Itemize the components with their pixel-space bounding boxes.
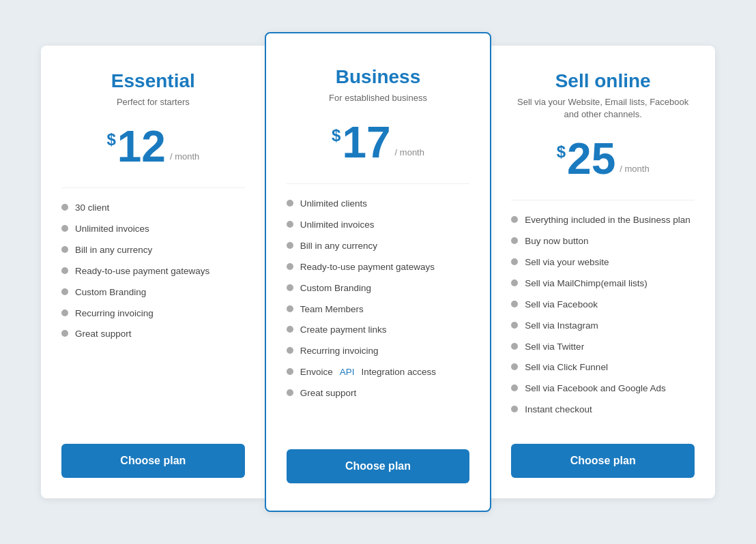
bullet-icon xyxy=(511,406,518,412)
plan-card-essential: EssentialPerfect for starters$12/ month3… xyxy=(41,46,265,498)
plan-title-business: Business xyxy=(287,66,470,88)
bullet-icon xyxy=(287,284,293,291)
plan-subtitle-essential: Perfect for starters xyxy=(61,96,245,108)
bullet-icon xyxy=(61,288,68,295)
bullet-icon xyxy=(511,322,518,329)
list-item: Envoice API Integration access xyxy=(287,366,470,379)
price-amount-essential: 12 xyxy=(117,125,166,168)
list-item: Sell via MailChimp(email lists) xyxy=(511,277,695,290)
list-item: Bill in any currency xyxy=(287,240,470,253)
bullet-icon xyxy=(287,263,293,270)
list-item: Custom Branding xyxy=(61,286,245,299)
choose-plan-button-essential[interactable]: Choose plan xyxy=(61,444,245,478)
list-item: Buy now button xyxy=(511,235,695,248)
bullet-icon xyxy=(61,204,68,211)
bullet-icon xyxy=(511,384,518,391)
bullet-icon xyxy=(287,221,293,228)
list-item: Everything included in the Business plan xyxy=(511,214,695,227)
list-item: Sell via Twitter xyxy=(511,341,695,354)
price-block-business: $17/ month xyxy=(287,121,470,164)
list-item: Create payment links xyxy=(287,324,470,337)
features-list-essential: 30 clientUnlimited invoicesBill in any c… xyxy=(61,202,245,425)
features-list-business: Unlimited clientsUnlimited invoicesBill … xyxy=(287,198,470,430)
price-block-essential: $12/ month xyxy=(61,125,245,168)
list-item: Recurring invoicing xyxy=(287,345,470,358)
bullet-icon xyxy=(511,343,518,350)
plan-subtitle-business: For established business xyxy=(287,92,470,104)
list-item: Custom Branding xyxy=(287,282,470,295)
bullet-icon xyxy=(511,363,518,370)
bullet-icon xyxy=(511,258,518,265)
list-item: Unlimited invoices xyxy=(287,219,470,232)
bullet-icon xyxy=(61,225,68,232)
list-item: Unlimited invoices xyxy=(61,223,245,236)
list-item: Great support xyxy=(61,328,245,341)
price-dollar-sell-online: $ xyxy=(557,142,566,162)
bullet-icon xyxy=(511,301,518,307)
bullet-icon xyxy=(61,267,68,274)
bullet-icon xyxy=(287,242,293,249)
plan-card-business: BusinessFor established business$17/ mon… xyxy=(265,32,492,512)
list-item: Ready-to-use payment gateways xyxy=(287,261,470,274)
plan-title-sell-online: Sell online xyxy=(511,70,695,92)
bullet-icon xyxy=(287,200,293,207)
api-link: API xyxy=(340,366,355,379)
list-item: Team Members xyxy=(287,303,470,316)
bullet-icon xyxy=(287,326,293,333)
list-item: Sell via Instagram xyxy=(511,320,695,333)
features-list-sell-online: Everything included in the Business plan… xyxy=(511,214,695,425)
bullet-icon xyxy=(287,389,293,396)
list-item: Great support xyxy=(287,387,470,400)
price-period-business: / month xyxy=(395,147,424,157)
choose-plan-button-sell-online[interactable]: Choose plan xyxy=(511,444,695,478)
bullet-icon xyxy=(287,347,293,354)
price-period-essential: / month xyxy=(170,151,199,162)
list-item: Instant checkout xyxy=(511,404,695,417)
bullet-icon xyxy=(61,309,68,316)
list-item: Sell via Facebook and Google Ads xyxy=(511,382,695,395)
bullet-icon xyxy=(287,368,293,375)
bullet-icon xyxy=(511,237,518,244)
bullet-icon xyxy=(511,279,518,286)
plan-card-sell-online: Sell onlineSell via your Website, Email … xyxy=(491,46,715,498)
list-item: Bill in any currency xyxy=(61,244,245,257)
list-item: Ready-to-use payment gateways xyxy=(61,265,245,278)
price-period-sell-online: / month xyxy=(620,164,649,174)
pricing-container: EssentialPerfect for starters$12/ month3… xyxy=(0,18,756,526)
plan-subtitle-sell-online: Sell via your Website, Email lists, Face… xyxy=(511,96,695,121)
price-dollar-essential: $ xyxy=(106,130,115,149)
list-item: Sell via Click Funnel xyxy=(511,361,695,374)
list-item: Sell via Facebook xyxy=(511,299,695,312)
price-block-sell-online: $25/ month xyxy=(511,137,695,181)
bullet-icon xyxy=(61,246,68,253)
plan-title-essential: Essential xyxy=(61,70,245,92)
bullet-icon xyxy=(287,305,293,312)
bullet-icon xyxy=(61,330,68,337)
list-item: Unlimited clients xyxy=(287,198,470,211)
price-amount-sell-online: 25 xyxy=(567,137,615,181)
list-item: 30 client xyxy=(61,202,245,215)
price-amount-business: 17 xyxy=(342,121,390,164)
bullet-icon xyxy=(511,216,518,223)
list-item: Recurring invoicing xyxy=(61,307,245,320)
price-dollar-business: $ xyxy=(332,126,340,145)
list-item: Sell via your website xyxy=(511,256,695,269)
choose-plan-button-business[interactable]: Choose plan xyxy=(287,449,470,483)
